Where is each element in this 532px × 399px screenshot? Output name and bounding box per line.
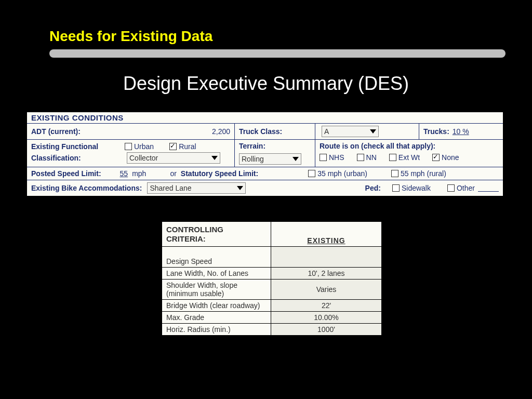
chevron-down-icon [292,157,299,161]
rural-checkbox[interactable] [169,143,177,150]
controlling-criteria-table: CONTROLLINGCRITERIA: EXISTING Design Spe… [162,221,382,336]
bike-dropdown[interactable]: Shared Lane [147,182,246,194]
existing-conditions-form: EXISTING CONDITIONS ADT (current): 2,200… [26,111,504,197]
stat-urban-checkbox[interactable] [308,170,315,177]
criteria-value: 10.00% [271,312,382,324]
ped-label: Ped: [365,184,381,192]
title-underline [49,49,506,58]
form-section-header: EXISTING CONDITIONS [27,112,503,123]
chevron-down-icon [370,129,376,134]
sidewalk-label: Sidewalk [402,184,431,192]
nn-checkbox[interactable] [357,154,364,161]
criteria-value: 22' [271,300,382,312]
table-row: Bridge Width (clear roadway)22' [162,300,382,312]
table-row: Horiz. Radius (min.)1000' [162,324,382,336]
posted-speed-label: Posted Speed Limit: [31,169,101,178]
sidewalk-checkbox[interactable] [392,184,400,192]
other-checkbox[interactable] [447,184,455,192]
criteria-value [271,247,382,268]
urban-checkbox[interactable] [125,143,132,150]
statutory-label: Statutory Speed Limit: [181,169,258,178]
criteria-label: Shoulder Width, slope (minimum usable) [162,280,271,300]
classification-dropdown[interactable]: Collector [127,152,220,164]
table-row: Max. Grade10.00% [162,312,382,324]
stat-rural-checkbox[interactable] [391,170,398,177]
classification-value: Collector [129,154,158,162]
main-heading: Design Executive Summary (DES) [0,73,532,95]
table-row: Lane Width, No. of Lanes10', 2 lanes [162,268,382,280]
row-adt-truck: ADT (current): 2,200 Truck Class: A Truc… [27,123,503,139]
table-row: Design Speed [162,247,382,268]
route-label: Route is on (check all that apply): [320,142,435,150]
none-label: None [442,153,459,162]
criteria-label: Design Speed [162,247,271,268]
truck-class-dropdown[interactable]: A [322,126,379,137]
slide-title: Needs for Existing Data [49,28,212,45]
urban-label: Urban [134,142,154,151]
stat-urban-label: 35 mph (urban) [317,169,367,178]
table-row: Shoulder Width, slope (minimum usable)Va… [162,280,382,300]
extwt-checkbox[interactable] [389,154,396,161]
row-classification: Existing Functional Urban Rural Classifi… [27,139,503,167]
posted-speed-unit: mph [132,169,146,178]
criteria-header-left: CONTROLLINGCRITERIA: [162,222,271,247]
rural-label: Rural [179,142,196,151]
func-class-label-2: Classification: [31,154,125,162]
extwt-label: Ext Wt [398,153,420,162]
other-label: Other [457,184,475,192]
terrain-dropdown[interactable]: Rolling [239,153,301,165]
bike-label: Existing Bike Accommodations: [31,184,142,192]
stat-rural-label: 55 mph (rural) [401,169,446,178]
chevron-down-icon [237,186,243,190]
adt-label: ADT (current): [31,127,81,136]
terrain-label: Terrain: [239,142,265,150]
row-speed-limit: Posted Speed Limit: 55 mph or Statutory … [27,167,503,180]
criteria-value: 1000' [271,324,382,336]
or-label: or [170,169,176,178]
criteria-label: Max. Grade [162,312,271,324]
criteria-header-right: EXISTING [271,222,382,247]
nn-label: NN [366,153,377,162]
criteria-label: Bridge Width (clear roadway) [162,300,271,312]
other-blank [478,184,499,192]
truck-class-value: A [324,127,329,136]
bike-value: Shared Lane [150,184,191,192]
criteria-value: 10', 2 lanes [271,268,382,280]
criteria-value: Varies [271,280,382,300]
trucks-value: 10 % [453,127,469,136]
chevron-down-icon [211,156,218,160]
none-checkbox[interactable] [432,154,440,161]
row-bike-ped: Existing Bike Accommodations: Shared Lan… [27,180,503,196]
func-class-label-1: Existing Functional [31,142,125,151]
nhs-label: NHS [329,153,344,162]
terrain-value: Rolling [242,155,264,163]
criteria-label: Horiz. Radius (min.) [162,324,271,336]
adt-value: 2,200 [212,127,230,136]
posted-speed-value: 55 [120,169,128,178]
criteria-label: Lane Width, No. of Lanes [162,268,271,280]
nhs-checkbox[interactable] [320,154,327,161]
trucks-label: Trucks: [423,127,449,136]
truck-class-label: Truck Class: [239,127,282,136]
